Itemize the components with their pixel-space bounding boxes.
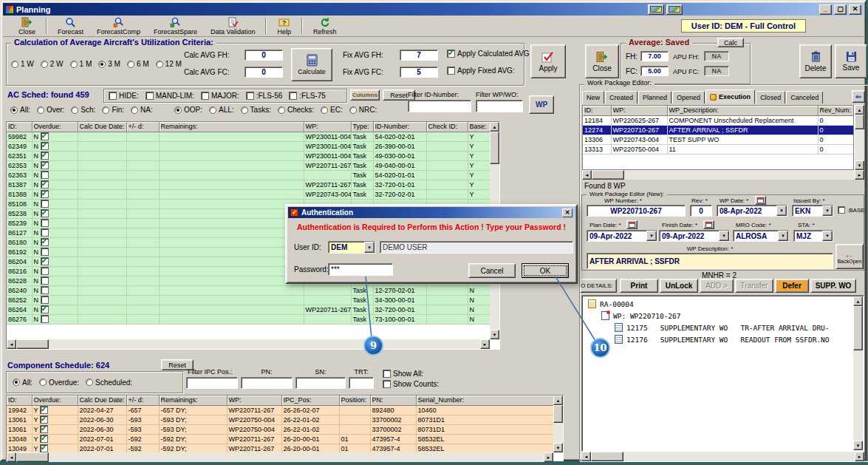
radio-checks[interactable]: Checks: bbox=[278, 106, 314, 114]
row-checkbox[interactable] bbox=[41, 305, 49, 313]
scroll-thumb[interactable] bbox=[853, 306, 863, 350]
radio-sch[interactable]: Sch: bbox=[71, 106, 95, 114]
wp-date-calendar-button[interactable] bbox=[755, 196, 766, 205]
column-header[interactable]: ID: bbox=[7, 122, 32, 132]
row-checkbox[interactable] bbox=[41, 219, 49, 227]
row-checkbox[interactable] bbox=[40, 425, 48, 433]
scroll-thumb[interactable] bbox=[553, 405, 563, 423]
wp-horizontal-scrollbar[interactable]: ◄► bbox=[582, 170, 864, 180]
radio-all[interactable]: All: bbox=[10, 106, 30, 114]
tree-item[interactable]: 12175 SUPPLEMENTARY WO TR-AFTER ARRIVAL … bbox=[584, 322, 862, 333]
delete-button[interactable]: Delete bbox=[799, 44, 832, 78]
print-button[interactable]: Print bbox=[620, 279, 658, 293]
table-row[interactable]: 13049Y 2022-07-01-592-592 DY;WP220711-26… bbox=[7, 444, 553, 452]
column-header[interactable]: IPC_Pos: bbox=[281, 396, 339, 405]
plan-date-calendar-button[interactable] bbox=[626, 220, 638, 229]
close-window-button[interactable]: ✕ bbox=[849, 4, 861, 15]
dialog-title-bar[interactable]: ✓ Authentication ✕ bbox=[288, 207, 575, 218]
tab-planned[interactable]: Planned bbox=[638, 91, 671, 103]
finish-date-calendar-button[interactable] bbox=[703, 220, 714, 229]
row-checkbox[interactable] bbox=[40, 444, 48, 452]
row-checkbox[interactable] bbox=[41, 209, 49, 217]
row-checkbox[interactable] bbox=[41, 171, 49, 179]
row-checkbox[interactable] bbox=[41, 238, 49, 246]
tree-item[interactable]: WP: WP220710-267 bbox=[584, 310, 862, 322]
column-header[interactable]: +/- d: bbox=[126, 396, 159, 405]
row-checkbox[interactable] bbox=[41, 296, 49, 304]
collapse-panel-button[interactable]: ⇐ bbox=[852, 90, 865, 103]
row-checkbox[interactable] bbox=[41, 190, 49, 198]
table-row[interactable]: 13306WP220743-004TEST SUPP WO0 bbox=[583, 135, 854, 144]
back-open-button[interactable]: ← BackOpen bbox=[835, 244, 864, 269]
component-vertical-scrollbar[interactable]: ▲▼ bbox=[553, 396, 563, 452]
row-checkbox[interactable] bbox=[41, 142, 49, 150]
radio-all[interactable]: All: bbox=[13, 379, 33, 387]
row-checkbox[interactable] bbox=[41, 161, 49, 169]
column-header[interactable]: Overdue: bbox=[32, 396, 78, 405]
plan-date-field[interactable]: 09-Apr-2022▼ bbox=[587, 230, 657, 242]
row-checkbox[interactable] bbox=[41, 152, 49, 160]
table-row[interactable]: 86252N Task34-300-00-01N bbox=[7, 295, 490, 305]
column-header[interactable]: PN: bbox=[370, 396, 416, 405]
columns-button[interactable]: Columns bbox=[350, 89, 380, 101]
scroll-left-icon[interactable]: ◄ bbox=[7, 452, 16, 462]
toolbar-forecastcomp-button[interactable]: ForecastComp bbox=[90, 16, 147, 36]
column-header[interactable]: Type: bbox=[351, 122, 373, 132]
checkbox-fls-75[interactable]: :FLS-75 bbox=[289, 92, 326, 100]
dropdown-arrow-icon[interactable]: ▼ bbox=[822, 206, 833, 216]
mro-code-combo[interactable]: ALROSA▼ bbox=[733, 230, 789, 242]
unlock-button[interactable]: UnLock bbox=[660, 279, 698, 293]
dropdown-arrow-icon[interactable]: ▼ bbox=[646, 231, 657, 241]
column-header[interactable]: Remainings: bbox=[159, 396, 227, 405]
row-checkbox[interactable] bbox=[41, 276, 49, 285]
column-header[interactable]: WP: bbox=[611, 106, 667, 115]
maximize-button[interactable]: ▢ bbox=[834, 4, 847, 15]
dialog-password-input[interactable]: *** bbox=[328, 263, 393, 276]
radio-ec[interactable]: EC: bbox=[321, 106, 343, 114]
row-checkbox[interactable] bbox=[41, 315, 49, 323]
toolbar-help-button[interactable]: ? Help bbox=[270, 16, 298, 36]
toolbar-data-validation-button[interactable]: Data Validation bbox=[204, 16, 262, 36]
row-checkbox[interactable] bbox=[41, 286, 49, 294]
scroll-thumb[interactable] bbox=[591, 452, 623, 461]
tree-item[interactable]: 12176 SUPPLEMENTARY WO READOUT FROM SSFD… bbox=[584, 333, 862, 345]
sta-combo[interactable]: MJZ▼ bbox=[793, 230, 833, 242]
table-row[interactable]: 81387N WP220711-267Task32-720-01-01Y bbox=[7, 180, 490, 189]
column-header[interactable]: WP_Description: bbox=[667, 106, 818, 115]
row-checkbox[interactable] bbox=[41, 228, 49, 237]
column-header[interactable]: Remainings: bbox=[159, 122, 304, 132]
column-header[interactable]: Base: bbox=[468, 122, 490, 132]
scroll-down-icon[interactable]: ▼ bbox=[855, 160, 864, 170]
table-row[interactable]: 62363N Task54-020-01-01Y bbox=[7, 170, 490, 180]
row-checkbox[interactable] bbox=[41, 267, 49, 275]
table-row[interactable]: 12184WP220625-267COMPONENT Unscheduled R… bbox=[583, 115, 854, 125]
tab-closed[interactable]: Closed bbox=[756, 91, 785, 103]
table-row[interactable]: 13313WP220750-004110 bbox=[583, 144, 854, 154]
radio-na[interactable]: NA: bbox=[131, 106, 153, 114]
scroll-thumb[interactable] bbox=[16, 452, 49, 462]
row-checkbox[interactable] bbox=[41, 132, 49, 140]
rev-field[interactable]: 0 bbox=[690, 205, 712, 217]
checkbox-mand-lim[interactable]: MAND-LIM: bbox=[146, 92, 194, 100]
scroll-down-icon[interactable]: ▼ bbox=[553, 443, 563, 452]
toolbar-forecast-button[interactable]: Forecast bbox=[51, 16, 90, 36]
tab-canceled[interactable]: Canceled bbox=[786, 91, 823, 103]
filter-id-input[interactable] bbox=[408, 100, 471, 112]
column-header[interactable]: +/- d: bbox=[126, 122, 159, 132]
column-header[interactable]: Position: bbox=[339, 396, 370, 405]
scroll-thumb[interactable] bbox=[16, 339, 49, 349]
tree-horizontal-scrollbar[interactable]: ◄► bbox=[581, 452, 864, 461]
picture-button-1[interactable] bbox=[648, 4, 664, 15]
scroll-right-icon[interactable]: ► bbox=[480, 339, 490, 349]
table-row[interactable]: 62349N WP230011-004Task26-390-00-01Y bbox=[7, 141, 490, 151]
column-header[interactable]: WP: bbox=[227, 396, 281, 405]
column-header[interactable]: WP: bbox=[304, 122, 351, 132]
scroll-right-icon[interactable]: ► bbox=[544, 452, 553, 462]
toolbar-close-button[interactable]: Close bbox=[12, 16, 42, 36]
scroll-right-icon[interactable]: ► bbox=[855, 170, 864, 180]
wp-description-field[interactable]: AFTER ARRIVAL ; SSFDR bbox=[587, 253, 833, 269]
toolbar-forecastspare-button[interactable]: ForecastSpare bbox=[147, 16, 204, 36]
column-header[interactable]: Calc Due Date: bbox=[78, 122, 126, 132]
close-section-button[interactable]: Close bbox=[585, 44, 619, 78]
radio-1-m[interactable]: 1 M bbox=[70, 60, 92, 68]
